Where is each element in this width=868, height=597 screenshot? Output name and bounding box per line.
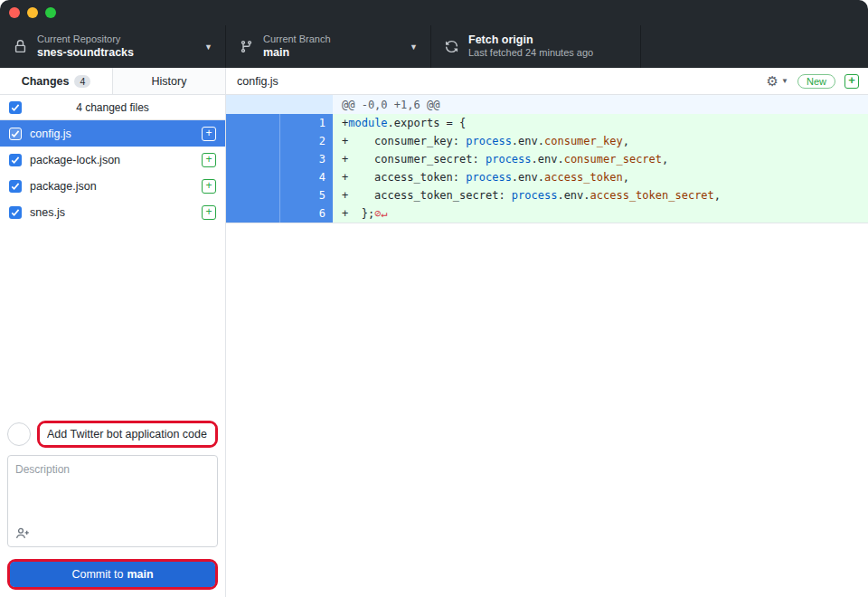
diff-gutter-new[interactable]: 6 <box>279 204 333 223</box>
toolbar: Current Repository snes-soundtracks ▼ Cu… <box>0 25 868 68</box>
file-row-package-lock.json[interactable]: package-lock.json+ <box>0 147 225 173</box>
diff-gutter-old[interactable] <box>226 150 279 168</box>
diff-gutter-old[interactable] <box>226 186 279 204</box>
file-name: snes.js <box>30 206 65 219</box>
diff-code: + access_token_secret: process.env.acces… <box>333 186 868 204</box>
commit-summary-row <box>7 421 218 448</box>
diff-lines: 1+module.exports = {2+ consumer_key: pro… <box>226 114 868 223</box>
added-status-icon: + <box>202 205 216 220</box>
chevron-down-icon: ▼ <box>401 43 418 52</box>
changes-count-badge: 4 <box>74 75 90 88</box>
new-file-badge: New <box>797 74 835 89</box>
tab-history-label: History <box>152 75 187 88</box>
commit-button[interactable]: Commit to main <box>10 562 215 587</box>
summary-highlight-annotation <box>37 421 218 448</box>
diff-gutter-new[interactable]: 3 <box>279 150 333 168</box>
commit-button-label: Commit to <box>71 568 123 581</box>
fetch-label: Fetch origin <box>468 33 593 48</box>
file-row-snes.js[interactable]: snes.js+ <box>0 199 225 225</box>
diff-code: + consumer_key: process.env.consumer_key… <box>333 132 868 150</box>
hunk-gutter <box>226 95 333 114</box>
file-checkbox[interactable] <box>9 206 22 219</box>
added-file-icon: + <box>844 74 859 89</box>
changed-files-label: 4 changed files <box>0 101 225 114</box>
diff-line-5[interactable]: 5+ access_token_secret: process.env.acce… <box>226 186 868 204</box>
chevron-down-icon: ▼ <box>195 43 212 52</box>
add-coauthor-icon[interactable] <box>15 526 30 540</box>
repository-text: Current Repository snes-soundtracks <box>37 33 134 60</box>
diff-gutter-new[interactable]: 1 <box>279 114 333 132</box>
repository-name: snes-soundtracks <box>37 46 134 61</box>
branch-label: Current Branch <box>263 33 331 46</box>
diff-code: + access_token: process.env.access_token… <box>333 168 868 186</box>
file-name: package.json <box>30 180 97 193</box>
diff-header-actions: ⚙ ▼ New + <box>767 74 859 89</box>
branch-name: main <box>263 46 331 61</box>
commit-button-highlight-annotation: Commit to main <box>7 559 218 590</box>
commit-summary-input[interactable] <box>40 423 215 445</box>
sidebar-spacer <box>0 225 225 421</box>
app-window: Current Repository snes-soundtracks ▼ Cu… <box>0 0 868 597</box>
gear-icon: ⚙ <box>767 74 778 88</box>
added-status-icon: + <box>202 153 216 167</box>
diff-line-2[interactable]: 2+ consumer_key: process.env.consumer_ke… <box>226 132 868 150</box>
main-panel: config.js ⚙ ▼ New + @@ -0,0 +1,6 @@ 1+mo… <box>226 68 868 597</box>
git-branch-icon <box>239 40 253 54</box>
file-name: config.js <box>30 128 71 140</box>
diff-gutter-old[interactable] <box>226 114 279 132</box>
titlebar <box>0 0 868 25</box>
diff-gutter-old[interactable] <box>226 132 279 150</box>
diff-line-6[interactable]: 6+ };⊘↵ <box>226 204 868 223</box>
file-checkbox[interactable] <box>9 128 22 140</box>
commit-area: Commit to main <box>0 421 225 597</box>
commit-description-input[interactable] <box>15 463 210 519</box>
avatar <box>7 422 31 446</box>
diff-code: + };⊘↵ <box>333 204 868 223</box>
chevron-down-icon: ▼ <box>781 77 788 85</box>
diff-view: @@ -0,0 +1,6 @@ 1+module.exports = {2+ c… <box>226 95 868 223</box>
diff-line-1[interactable]: 1+module.exports = { <box>226 114 868 132</box>
tab-changes[interactable]: Changes 4 <box>0 68 113 94</box>
traffic-lights <box>9 7 56 18</box>
content: Changes 4 History 4 changed files config… <box>0 68 868 597</box>
toolbar-empty <box>641 25 868 68</box>
diff-gutter-new[interactable]: 4 <box>279 168 333 186</box>
file-name: package-lock.json <box>30 154 120 166</box>
diff-code: +module.exports = { <box>333 114 868 132</box>
current-branch-dropdown[interactable]: Current Branch main ▼ <box>226 25 431 68</box>
commit-button-branch: main <box>127 568 153 581</box>
select-all-checkbox[interactable] <box>9 101 22 114</box>
tab-history[interactable]: History <box>113 68 225 94</box>
file-checkbox[interactable] <box>9 180 22 193</box>
file-row-config.js[interactable]: config.js+ <box>0 120 225 147</box>
diff-gutter-old[interactable] <box>226 204 279 223</box>
current-repository-dropdown[interactable]: Current Repository snes-soundtracks ▼ <box>0 25 226 68</box>
close-button[interactable] <box>9 7 20 18</box>
hunk-header: @@ -0,0 +1,6 @@ <box>226 95 868 114</box>
branch-text: Current Branch main <box>263 33 331 60</box>
minimize-button[interactable] <box>27 7 38 18</box>
tab-changes-label: Changes <box>22 75 70 88</box>
zoom-button[interactable] <box>45 7 56 18</box>
sidebar: Changes 4 History 4 changed files config… <box>0 68 226 597</box>
file-list: config.js+package-lock.json+package.json… <box>0 120 225 225</box>
lock-icon <box>13 40 27 54</box>
diff-options-dropdown[interactable]: ⚙ ▼ <box>767 74 788 88</box>
diff-gutter-new[interactable]: 5 <box>279 186 333 204</box>
diff-gutter-old[interactable] <box>226 168 279 186</box>
fetch-origin-button[interactable]: Fetch origin Last fetched 24 minutes ago <box>431 25 641 68</box>
fetch-text: Fetch origin Last fetched 24 minutes ago <box>468 33 593 60</box>
diff-file-title: config.js <box>237 75 278 88</box>
commit-description-box <box>7 455 218 547</box>
file-checkbox[interactable] <box>9 154 22 166</box>
fetch-sublabel: Last fetched 24 minutes ago <box>468 47 593 60</box>
diff-gutter-new[interactable]: 2 <box>279 132 333 150</box>
diff-line-3[interactable]: 3+ consumer_secret: process.env.consumer… <box>226 150 868 168</box>
sync-icon <box>444 40 458 54</box>
file-row-package.json[interactable]: package.json+ <box>0 173 225 199</box>
diff-line-4[interactable]: 4+ access_token: process.env.access_toke… <box>226 168 868 186</box>
diff-code: + consumer_secret: process.env.consumer_… <box>333 150 868 168</box>
hunk-header-text: @@ -0,0 +1,6 @@ <box>333 99 439 111</box>
added-status-icon: + <box>202 179 216 194</box>
diff-header: config.js ⚙ ▼ New + <box>226 68 868 95</box>
